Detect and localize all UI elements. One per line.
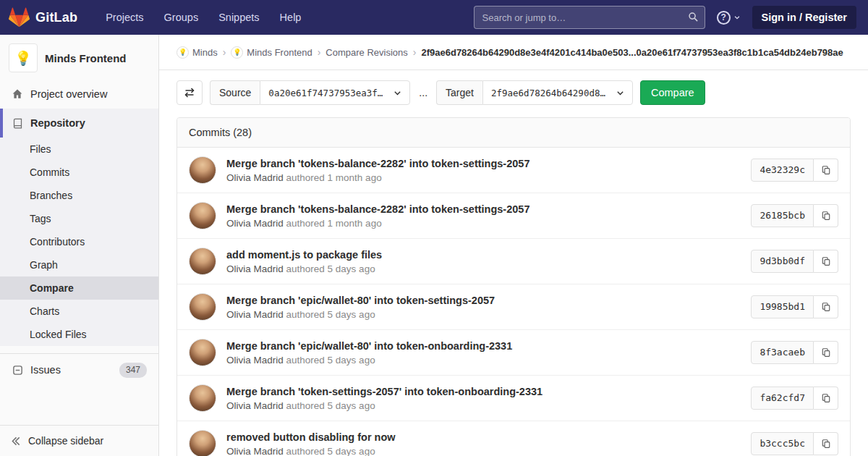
breadcrumb-link-project[interactable]: 💡 Minds Frontend [231, 46, 312, 59]
sidebar-item-label: Project overview [30, 88, 107, 100]
sidebar-subitem[interactable]: Files [0, 138, 158, 161]
collapse-sidebar-button[interactable]: Collapse sidebar [0, 425, 158, 456]
commit-author-link[interactable]: Olivia Madrid [226, 446, 284, 456]
breadcrumb-current-sha-range: 2f9ae6d78264b64290d8e3e4f4201c414ba0e503… [421, 47, 843, 58]
source-label: Source [210, 80, 260, 105]
breadcrumb-link-compare-revisions[interactable]: Compare Revisions [326, 47, 407, 58]
nav-menu-item[interactable]: Groups [156, 6, 207, 29]
commit-title-link[interactable]: Merge branch 'tokens-balance-2282' into … [226, 158, 741, 169]
commit-meta: Olivia Madrid authored 5 days ago [226, 400, 741, 411]
sign-in-button[interactable]: Sign in / Register [752, 6, 856, 29]
compare-button[interactable]: Compare [640, 80, 705, 105]
commit-author-link[interactable]: Olivia Madrid [226, 309, 284, 320]
commit-sha-link[interactable]: 8f3acaeb [751, 341, 814, 364]
commit-sha-group: 26185bcb [751, 204, 838, 227]
copy-sha-button[interactable] [814, 432, 838, 455]
commit-author-link[interactable]: Olivia Madrid [226, 218, 284, 229]
commit-authored-time: authored 5 days ago [286, 263, 375, 274]
commit-title-link[interactable]: Merge branch 'token-settings-2057' into … [226, 386, 741, 397]
commit-title-link[interactable]: Merge branch 'tokens-balance-2282' into … [226, 203, 741, 215]
author-avatar[interactable] [189, 248, 216, 275]
sidebar-subitem[interactable]: Branches [0, 184, 158, 207]
sidebar-item-label: Repository [30, 117, 85, 129]
top-navbar: GitLab Projects Groups Snippets Help ? [0, 0, 868, 35]
breadcrumb: 💡 Minds › 💡 Minds Frontend › Compare Rev… [159, 35, 868, 70]
commit-row: Merge branch 'tokens-balance-2282' into … [177, 148, 850, 193]
sidebar-subitem[interactable]: Graph [0, 253, 158, 276]
commit-row: removed button disabling for now Olivia … [177, 421, 850, 456]
nav-menu-item[interactable]: Snippets [210, 6, 267, 29]
commit-author-link[interactable]: Olivia Madrid [226, 263, 284, 274]
commit-title-link[interactable]: Merge branch 'epic/wallet-80' into token… [226, 295, 741, 306]
page-layout: 💡 Minds Frontend Project overview [0, 35, 868, 456]
chevron-double-left-icon [12, 436, 21, 446]
sidebar-subitem[interactable]: Locked Files [0, 323, 158, 346]
help-icon: ? [717, 11, 731, 25]
commit-title-link[interactable]: add moment.js to package files [226, 249, 741, 261]
commit-authored-time: authored 5 days ago [286, 446, 375, 456]
sidebar-subitem[interactable]: Commits [0, 161, 158, 184]
help-menu[interactable]: ? [717, 11, 741, 25]
author-avatar[interactable] [189, 202, 216, 229]
commit-author-link[interactable]: Olivia Madrid [226, 172, 284, 183]
commit-sha-link[interactable]: fa62cfd7 [751, 387, 814, 410]
commit-sha-link[interactable]: 19985bd1 [751, 295, 814, 318]
sidebar-subitem[interactable]: Tags [0, 207, 158, 230]
sidebar-item-issues[interactable]: Issues 347 [0, 353, 158, 387]
copy-sha-button[interactable] [814, 204, 838, 227]
commit-info: Merge branch 'tokens-balance-2282' into … [226, 203, 741, 229]
author-avatar[interactable] [189, 293, 216, 321]
commit-sha-group: b3ccc5bc [751, 432, 838, 455]
commit-row: Merge branch 'tokens-balance-2282' into … [177, 193, 850, 239]
search-box [474, 6, 705, 29]
author-avatar[interactable] [189, 339, 216, 366]
commit-row: Merge branch 'epic/wallet-80' into token… [177, 330, 850, 376]
commits-panel-header: Commits (28) [177, 118, 850, 148]
sidebar-subitem[interactable]: Compare [0, 276, 158, 300]
gitlab-app: GitLab Projects Groups Snippets Help ? [0, 0, 868, 456]
breadcrumb-label: Compare Revisions [326, 47, 407, 58]
breadcrumb-link-group[interactable]: 💡 Minds [176, 46, 218, 59]
commit-sha-link[interactable]: 9d3bb0df [751, 250, 814, 273]
author-avatar[interactable] [189, 156, 216, 184]
copy-sha-button[interactable] [814, 159, 838, 182]
commit-title-link[interactable]: removed button disabling for now [226, 431, 741, 443]
sidebar-item-repository[interactable]: Repository [0, 109, 158, 138]
copy-icon [821, 439, 831, 449]
commit-author-link[interactable]: Olivia Madrid [226, 355, 284, 366]
commit-row: add moment.js to package files Olivia Ma… [177, 239, 850, 284]
copy-sha-button[interactable] [814, 387, 838, 410]
commit-sha-group: 4e32329c [751, 159, 838, 182]
gitlab-logo[interactable]: GitLab [9, 7, 77, 28]
nav-menu-item[interactable]: Help [272, 6, 310, 29]
commit-title-link[interactable]: Merge branch 'epic/wallet-80' into token… [226, 340, 741, 352]
commit-sha-link[interactable]: 26185bcb [751, 204, 814, 227]
commit-authored-time: authored 1 month ago [286, 218, 382, 229]
target-revision-dropdown[interactable]: 2f9ae6d78264b64290d8… [482, 80, 633, 105]
source-revision-dropdown[interactable]: 0a20e61f74737953ea3f… [260, 80, 410, 105]
target-label: Target [436, 80, 482, 105]
copy-icon [821, 347, 831, 358]
commit-sha-link[interactable]: 4e32329c [751, 159, 814, 182]
commit-authored-time: authored 1 month ago [286, 172, 382, 183]
nav-menu-item[interactable]: Projects [98, 6, 151, 29]
commit-sha-group: fa62cfd7 [751, 387, 838, 410]
sidebar-subitem[interactable]: Contributors [0, 230, 158, 253]
copy-sha-button[interactable] [814, 295, 838, 318]
project-name: Minds Frontend [45, 52, 127, 64]
copy-sha-button[interactable] [814, 341, 838, 364]
sidebar-project-header[interactable]: 💡 Minds Frontend [0, 35, 158, 80]
sidebar-item-label: Issues [30, 364, 61, 376]
author-avatar[interactable] [189, 430, 216, 456]
sidebar-item-project-overview[interactable]: Project overview [0, 80, 158, 109]
copy-sha-button[interactable] [814, 250, 838, 273]
swap-revisions-button[interactable] [176, 80, 203, 105]
commit-author-link[interactable]: Olivia Madrid [226, 400, 284, 411]
sidebar-subitem[interactable]: Charts [0, 300, 158, 323]
commit-info: Merge branch 'epic/wallet-80' into token… [226, 340, 741, 366]
copy-icon [821, 211, 831, 221]
search-input[interactable] [474, 6, 705, 29]
commit-sha-link[interactable]: b3ccc5bc [751, 432, 814, 455]
commit-sha-group: 8f3acaeb [751, 341, 838, 364]
author-avatar[interactable] [189, 384, 216, 412]
